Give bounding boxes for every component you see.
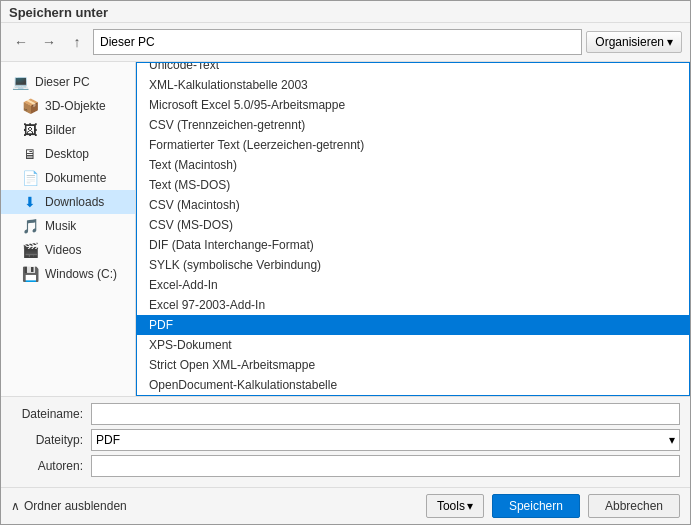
3d-icon: 📦 bbox=[21, 97, 39, 115]
sidebar-label-musik: Musik bbox=[45, 219, 76, 233]
sidebar-item-bilder[interactable]: 🖼 Bilder bbox=[1, 118, 135, 142]
sidebar-label-downloads: Downloads bbox=[45, 195, 104, 209]
dropdown-item-text-mac[interactable]: Text (Macintosh) bbox=[137, 155, 689, 175]
back-button[interactable]: ← bbox=[9, 30, 33, 54]
dropdown-item-csv-macintosh[interactable]: CSV (Macintosh) bbox=[137, 195, 689, 215]
computer-icon: 💻 bbox=[11, 73, 29, 91]
downloads-icon: ⬇ bbox=[21, 193, 39, 211]
sidebar-item-videos[interactable]: 🎬 Videos bbox=[1, 238, 135, 262]
footer: ∧ Ordner ausblenden Tools ▾ Speichern Ab… bbox=[1, 487, 690, 524]
cancel-button[interactable]: Abbrechen bbox=[588, 494, 680, 518]
dateiname-input[interactable] bbox=[91, 403, 680, 425]
sidebar-item-musik[interactable]: 🎵 Musik bbox=[1, 214, 135, 238]
organize-button[interactable]: Organisieren ▾ bbox=[586, 31, 682, 53]
sidebar-label-3d-objekte: 3D-Objekte bbox=[45, 99, 106, 113]
main-content: 💻 Dieser PC 📦 3D-Objekte 🖼 Bilder 🖥 Desk… bbox=[1, 62, 690, 396]
dateityp-label: Dateityp: bbox=[11, 433, 91, 447]
dropdown-item-opendoc-kalk[interactable]: OpenDocument-Kalkulationstabelle bbox=[137, 375, 689, 395]
tools-label: Tools bbox=[437, 499, 465, 513]
dateityp-row: Dateityp: PDF ▾ bbox=[11, 429, 680, 451]
chevron-up-icon: ∧ bbox=[11, 499, 20, 513]
music-icon: 🎵 bbox=[21, 217, 39, 235]
dropdown-item-unicode-text[interactable]: Unicode-Text bbox=[137, 62, 689, 75]
tools-arrow-icon: ▾ bbox=[467, 499, 473, 513]
dropdown-item-xps-dokument[interactable]: XPS-Dokument bbox=[137, 335, 689, 355]
autoren-label: Autoren: bbox=[11, 459, 91, 473]
autoren-row: Autoren: bbox=[11, 455, 680, 477]
desktop-icon: 🖥 bbox=[21, 145, 39, 163]
dropdown-item-csv-msdos[interactable]: CSV (MS-DOS) bbox=[137, 215, 689, 235]
sidebar-item-desktop[interactable]: 🖥 Desktop bbox=[1, 142, 135, 166]
pictures-icon: 🖼 bbox=[21, 121, 39, 139]
filetype-dropdown-list[interactable]: Excel-ArbeitsmappeExcel-Arbeitsmappe mit… bbox=[136, 62, 690, 396]
organize-arrow-icon: ▾ bbox=[667, 35, 673, 49]
documents-icon: 📄 bbox=[21, 169, 39, 187]
dropdown-item-strict-xml[interactable]: Strict Open XML-Arbeitsmappe bbox=[137, 355, 689, 375]
dropdown-item-excel-97-addin[interactable]: Excel 97-2003-Add-In bbox=[137, 295, 689, 315]
hide-folders-toggle[interactable]: ∧ Ordner ausblenden bbox=[11, 499, 127, 513]
sidebar-label-bilder: Bilder bbox=[45, 123, 76, 137]
sidebar: 💻 Dieser PC 📦 3D-Objekte 🖼 Bilder 🖥 Desk… bbox=[1, 62, 136, 396]
sidebar-item-3d-objekte[interactable]: 📦 3D-Objekte bbox=[1, 94, 135, 118]
dateiname-row: Dateiname: bbox=[11, 403, 680, 425]
dateiname-label: Dateiname: bbox=[11, 407, 91, 421]
sidebar-item-windows-c[interactable]: 💾 Windows (C:) bbox=[1, 262, 135, 286]
organize-label: Organisieren bbox=[595, 35, 664, 49]
title-bar: Speichern unter bbox=[1, 1, 690, 23]
dropdown-item-excel-addin[interactable]: Excel-Add-In bbox=[137, 275, 689, 295]
up-button[interactable]: ↑ bbox=[65, 30, 89, 54]
sidebar-item-dieser-pc[interactable]: 💻 Dieser PC bbox=[1, 70, 135, 94]
dialog-title: Speichern unter bbox=[9, 5, 108, 20]
dropdown-item-sylk[interactable]: SYLK (symbolische Verbindung) bbox=[137, 255, 689, 275]
hide-folders-label: Ordner ausblenden bbox=[24, 499, 127, 513]
tools-button[interactable]: Tools ▾ bbox=[426, 494, 484, 518]
save-button[interactable]: Speichern bbox=[492, 494, 580, 518]
sidebar-label-videos: Videos bbox=[45, 243, 81, 257]
footer-buttons: Tools ▾ Speichern Abbrechen bbox=[426, 494, 680, 518]
forward-button[interactable]: → bbox=[37, 30, 61, 54]
sidebar-item-dokumente[interactable]: 📄 Dokumente bbox=[1, 166, 135, 190]
drive-icon: 💾 bbox=[21, 265, 39, 283]
sidebar-label-dokumente: Dokumente bbox=[45, 171, 106, 185]
sidebar-label-dieser-pc: Dieser PC bbox=[35, 75, 90, 89]
chevron-down-icon: ▾ bbox=[669, 433, 675, 447]
dateityp-dropdown[interactable]: PDF ▾ bbox=[91, 429, 680, 451]
sidebar-label-desktop: Desktop bbox=[45, 147, 89, 161]
address-bar[interactable]: Dieser PC bbox=[93, 29, 582, 55]
dropdown-item-csv-trennzeichen[interactable]: CSV (Trennzeichen-getrennt) bbox=[137, 115, 689, 135]
autoren-input[interactable] bbox=[91, 455, 680, 477]
bottom-form: Dateiname: Dateityp: PDF ▾ Autoren: bbox=[1, 396, 690, 487]
toolbar: ← → ↑ Dieser PC Organisieren ▾ bbox=[1, 23, 690, 62]
dropdown-item-text-msdos[interactable]: Text (MS-DOS) bbox=[137, 175, 689, 195]
dropdown-item-dif[interactable]: DIF (Data Interchange-Format) bbox=[137, 235, 689, 255]
save-dialog: Speichern unter ← → ↑ Dieser PC Organisi… bbox=[0, 0, 691, 525]
dropdown-item-xml-kalk-2003[interactable]: XML-Kalkulationstabelle 2003 bbox=[137, 75, 689, 95]
dropdown-item-formatierter-text[interactable]: Formatierter Text (Leerzeichen-getrennt) bbox=[137, 135, 689, 155]
sidebar-item-downloads[interactable]: ⬇ Downloads bbox=[1, 190, 135, 214]
address-path: Dieser PC bbox=[100, 35, 155, 49]
dropdown-item-pdf[interactable]: PDF bbox=[137, 315, 689, 335]
dateityp-value: PDF bbox=[96, 433, 120, 447]
dropdown-item-ms-excel-5[interactable]: Microsoft Excel 5.0/95-Arbeitsmappe bbox=[137, 95, 689, 115]
sidebar-label-windows-c: Windows (C:) bbox=[45, 267, 117, 281]
videos-icon: 🎬 bbox=[21, 241, 39, 259]
